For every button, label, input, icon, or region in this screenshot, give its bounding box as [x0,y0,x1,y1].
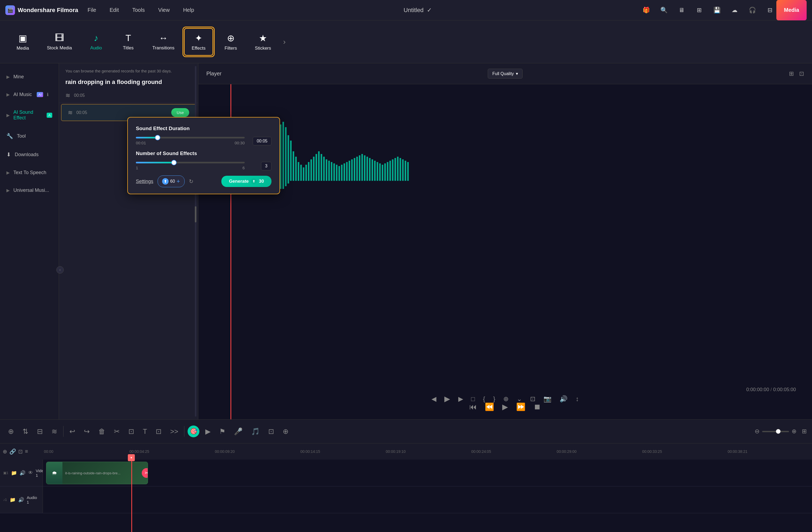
use-button[interactable]: Use [171,108,189,117]
audio-track-controls: ♪1 📁 🔊 Audio 1 [0,486,43,513]
purchase-button[interactable]: Media [777,0,807,20]
toolbar-item-stickers[interactable]: ★ Stickers [248,29,278,55]
ruler-marks: 00:00 00:00:04:25 00:00:09:20 00:00:14:1… [43,449,812,454]
generate-button[interactable]: Generate ⬆ 30 [221,176,272,187]
add-clip-icon[interactable]: ⊕ [5,425,17,438]
refresh-button[interactable]: ↻ [189,178,193,185]
insert-icon[interactable]: ⊕ [280,425,291,438]
count-slider-thumb[interactable] [171,160,177,165]
gift-icon[interactable]: 🎁 [640,4,653,17]
tl-zoom-out-icon[interactable]: ⊖ [755,428,759,435]
skip-icon[interactable]: >> [168,425,181,438]
timeline-zoom-slider[interactable] [762,431,789,432]
track-folder-icon[interactable]: 📁 [11,470,17,476]
headphones-icon[interactable]: 🎧 [746,4,759,17]
audio-track-volume-icon[interactable]: 🔊 [18,497,24,503]
toolbar-item-filters[interactable]: ⊕ Filters [216,29,245,55]
toolbar-more-arrow[interactable]: › [280,35,288,49]
audio-track-folder-icon[interactable]: 📁 [10,497,16,503]
toolbar-item-stock-media[interactable]: 🎞 Stock Media [40,29,79,55]
bracket-in-icon[interactable]: { [483,395,485,403]
sidebar-collapse-button[interactable]: ‹ [56,266,64,274]
toolbar-item-titles[interactable]: T Titles [114,29,143,55]
menu-edit[interactable]: Edit [108,5,120,14]
playback-icon[interactable]: ▶ [203,425,213,438]
count-slider-track[interactable] [136,162,245,163]
export-icon[interactable]: ⊡ [530,395,535,403]
apps-icon[interactable]: ⊟ [764,4,777,17]
flag-icon[interactable]: ⚑ [217,425,228,438]
toolbar-item-effects[interactable]: ✦ Effects [184,28,213,56]
play-pause-icon[interactable]: ▶ [444,394,450,403]
play-button[interactable]: ▶ [502,403,508,411]
layout-icon[interactable]: ⊞ [693,4,706,17]
menu-help[interactable]: Help [182,5,195,14]
camera-icon[interactable]: 📷 [543,395,552,403]
rewind-button[interactable]: ⏮ [469,403,477,411]
cloud-icon[interactable]: ☁ [728,4,741,17]
scissors-icon[interactable]: ✂ [111,425,122,438]
green-tool-button[interactable]: 🎯 [188,425,199,437]
audio-wave-icon[interactable]: ≋ [49,425,60,438]
track-volume-icon[interactable]: 🔊 [19,470,26,476]
snap-btn[interactable]: ⊡ [18,448,23,455]
resize-icon[interactable]: ↕ [576,395,579,403]
volume-icon[interactable]: 🔊 [560,395,568,403]
add-track-icon[interactable]: ⊕ [503,395,509,403]
sidebar-item-ai-sound-effect[interactable]: ▶ AI Sound Effect A [0,104,59,126]
toolbar-item-audio[interactable]: ♪ Audio [82,29,111,55]
toolbar-item-transitions[interactable]: ↔ Transitions [146,29,182,55]
text-tool-icon[interactable]: T [140,425,150,438]
save-icon[interactable]: 💾 [710,4,723,17]
svg-rect-61 [407,162,409,181]
menu-file[interactable]: File [86,5,98,14]
screen-icon[interactable]: 🖥 [675,4,688,17]
split-icon[interactable]: ⊟ [34,425,46,438]
mask-icon[interactable]: ⊡ [153,425,164,438]
stop-button[interactable]: ⏹ [534,403,541,411]
track-eye-icon[interactable]: 👁 [28,470,33,476]
svg-rect-29 [326,159,328,181]
undo-icon[interactable]: ↩ [67,425,78,438]
swap-icon[interactable]: ⇅ [20,425,31,438]
tl-zoom-in-icon[interactable]: ⊕ [792,428,796,435]
back-frame-icon[interactable]: ◀ [432,395,436,403]
credits-plus-button[interactable]: + [177,178,180,185]
toolbar-item-media[interactable]: ▣ Media [8,29,38,55]
link-btn[interactable]: 🔗 [9,448,16,455]
sidebar-item-tool[interactable]: 🔧 Tool [0,127,59,144]
sidebar-item-downloads[interactable]: ⬇ Downloads [0,146,59,163]
video-clip[interactable]: 🌧 it-is-raining-outside-rain-drops-bre..… [46,462,148,484]
timeline-zoom-thumb[interactable] [776,429,781,434]
step-back-button[interactable]: ⏪ [485,403,494,411]
clip-scissors-button[interactable]: ✂ [142,468,148,478]
chevron-down-icon[interactable]: ⌄ [517,395,522,403]
quality-select[interactable]: Full Quality ▾ [488,69,523,79]
multitrack-btn[interactable]: ≡ [25,448,28,455]
grid-view-icon[interactable]: ⊞ [789,70,794,77]
sidebar-item-ai-music[interactable]: ▶ AI Music AI ℹ [0,86,59,103]
crop-tool-icon[interactable]: ⊡ [126,425,137,438]
sidebar-item-mine[interactable]: ▶ Mine [0,69,59,85]
add-track-btn[interactable]: ⊕ [3,448,7,455]
tl-layout-icon[interactable]: ⊞ [802,428,807,435]
sidebar-item-text-to-speech[interactable]: ▶ Text To Speech [0,165,59,181]
menu-tools[interactable]: Tools [131,5,146,14]
voice-icon[interactable]: 🎵 [248,425,262,438]
settings-text-button[interactable]: Settings [136,179,153,184]
square-icon[interactable]: □ [471,395,475,403]
bracket-out-icon[interactable]: } [493,395,495,403]
redo-icon[interactable]: ↪ [81,425,92,438]
timeline-playhead-handle[interactable]: ▾ [128,454,135,461]
menu-view[interactable]: View [157,5,171,14]
duration-slider-track[interactable] [136,137,245,138]
search-icon[interactable]: 🔍 [657,4,670,17]
crop-icon[interactable]: ⊡ [799,70,804,77]
extract-icon[interactable]: ⊡ [265,425,277,438]
delete-icon[interactable]: 🗑 [96,425,108,438]
sidebar-item-universal-music[interactable]: ▶ Universal Musi... [0,182,59,198]
forward-frame-icon[interactable]: ▶ [458,395,463,403]
step-forward-button[interactable]: ⏩ [516,403,525,411]
duration-slider-thumb[interactable] [155,135,160,140]
mic-icon[interactable]: 🎤 [231,425,245,438]
